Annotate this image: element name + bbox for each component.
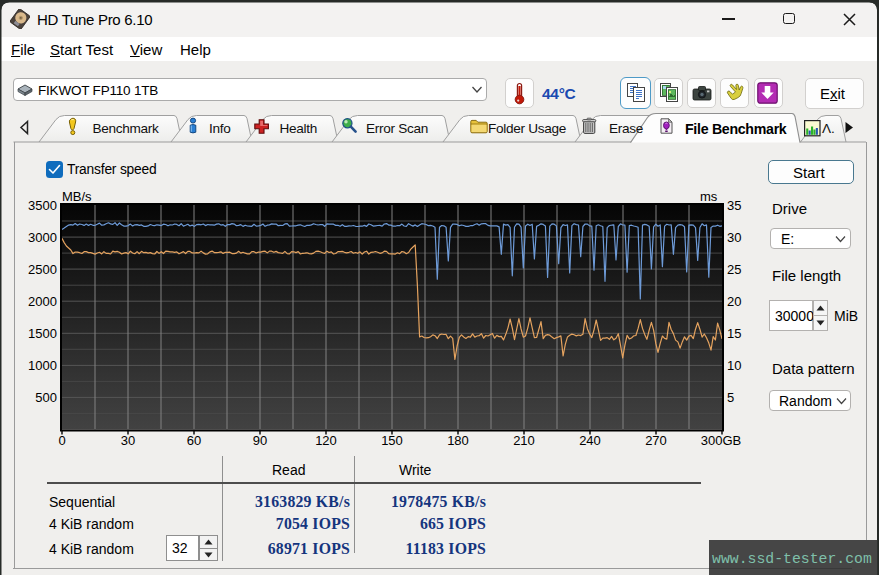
svg-text:Λ.: Λ. — [822, 121, 835, 136]
svg-text:Error Scan: Error Scan — [366, 121, 428, 136]
svg-text:Benchmark: Benchmark — [93, 121, 160, 136]
svg-text:Folder Usage: Folder Usage — [488, 121, 566, 136]
svg-text:File Benchmark: File Benchmark — [685, 121, 787, 137]
svg-text:Erase: Erase — [609, 121, 643, 136]
svg-text:Info: Info — [209, 121, 230, 136]
svg-text:Health: Health — [280, 121, 318, 136]
